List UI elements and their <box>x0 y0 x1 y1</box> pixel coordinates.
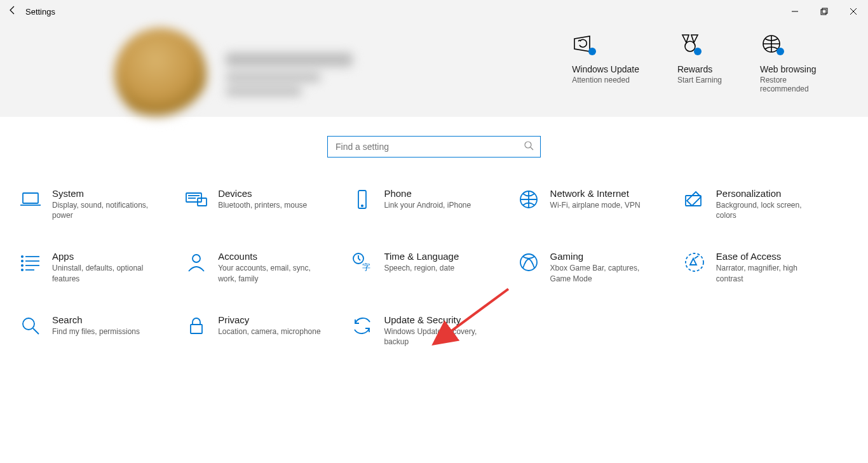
close-button[interactable] <box>839 0 868 23</box>
svg-point-5 <box>588 48 596 55</box>
laptop-icon <box>19 188 42 211</box>
category-gaming[interactable]: GamingXbox Game Bar, captures, Game Mode <box>517 251 683 283</box>
category-devices[interactable]: DevicesBluetooth, printers, mouse <box>185 188 351 220</box>
category-sub: Link your Android, iPhone <box>384 200 471 210</box>
back-button[interactable] <box>0 5 25 18</box>
category-sub: Bluetooth, printers, mouse <box>218 200 307 210</box>
tile-title: Windows Update <box>572 64 639 74</box>
window-controls <box>780 0 868 23</box>
category-system[interactable]: SystemDisplay, sound, notifications, pow… <box>19 188 185 220</box>
category-sub: Display, sound, notifications, power <box>52 200 160 220</box>
svg-point-35 <box>23 318 34 330</box>
person-icon <box>185 251 208 274</box>
category-grid: SystemDisplay, sound, notifications, pow… <box>19 188 849 347</box>
tile-title: Web browsing <box>760 64 836 74</box>
svg-point-19 <box>362 205 363 206</box>
category-title: Network & Internet <box>550 188 641 199</box>
svg-point-26 <box>22 256 23 257</box>
svg-point-30 <box>193 255 200 262</box>
svg-line-36 <box>33 328 39 334</box>
category-title: Update & Security <box>384 314 492 325</box>
category-title: System <box>52 188 160 199</box>
svg-rect-12 <box>23 193 38 203</box>
xbox-icon <box>517 251 540 274</box>
search-icon <box>524 140 534 153</box>
search-row <box>0 136 868 158</box>
svg-rect-1 <box>821 10 826 15</box>
svg-rect-37 <box>191 325 202 333</box>
svg-point-7 <box>694 48 702 55</box>
category-sub: Your accounts, email, sync, work, family <box>218 263 326 283</box>
tile-windows-update[interactable]: Windows Update Attention needed <box>572 29 639 93</box>
category-network[interactable]: Network & InternetWi-Fi, airplane mode, … <box>517 188 683 220</box>
category-title: Gaming <box>550 251 658 262</box>
category-sub: Speech, region, date <box>384 263 459 273</box>
tile-sub: Start Earning <box>677 76 722 84</box>
category-search[interactable]: SearchFind my files, permissions <box>19 314 185 347</box>
svg-text:字: 字 <box>362 262 370 272</box>
sync-icon <box>572 29 639 58</box>
svg-line-11 <box>531 147 533 150</box>
category-sub: Wi-Fi, airplane mode, VPN <box>550 200 641 210</box>
window-title: Settings <box>25 7 55 17</box>
svg-point-28 <box>22 265 23 266</box>
category-ease[interactable]: Ease of AccessNarrator, magnifier, high … <box>683 251 849 283</box>
svg-rect-14 <box>186 193 201 202</box>
svg-point-9 <box>776 48 784 55</box>
sync-arrows-icon <box>351 314 374 337</box>
accessibility-icon <box>683 251 706 274</box>
tile-sub: Restore recommended <box>760 76 836 93</box>
category-sub: Background, lock screen, colors <box>716 200 824 220</box>
svg-point-33 <box>520 254 537 271</box>
svg-point-29 <box>22 269 23 271</box>
category-title: Accounts <box>218 251 326 262</box>
category-title: Personalization <box>716 188 824 199</box>
category-title: Privacy <box>218 314 320 325</box>
profile-blurred <box>114 28 353 120</box>
time-language-icon: 字 <box>351 251 374 274</box>
category-sub: Narrator, magnifier, high contrast <box>716 263 824 283</box>
maximize-button[interactable] <box>810 0 839 23</box>
category-title: Phone <box>384 188 471 199</box>
medal-icon <box>677 29 722 58</box>
svg-point-10 <box>525 142 531 148</box>
globe-icon <box>517 188 540 211</box>
category-time[interactable]: 字 Time & LanguageSpeech, region, date <box>351 251 517 283</box>
tile-sub: Attention needed <box>572 76 639 84</box>
category-apps[interactable]: AppsUninstall, defaults, optional featur… <box>19 251 185 283</box>
titlebar: Settings <box>0 0 868 23</box>
list-icon <box>19 251 42 274</box>
category-sub: Windows Update, recovery, backup <box>384 326 492 347</box>
search-input[interactable] <box>334 141 524 152</box>
svg-rect-2 <box>822 8 827 13</box>
category-title: Time & Language <box>384 251 459 262</box>
svg-point-6 <box>685 41 695 51</box>
category-title: Devices <box>218 188 307 199</box>
lock-icon <box>185 314 208 337</box>
phone-icon <box>351 188 374 211</box>
minimize-button[interactable] <box>780 0 810 23</box>
category-accounts[interactable]: AccountsYour accounts, email, sync, work… <box>185 251 351 283</box>
search-box[interactable] <box>327 136 541 158</box>
category-title: Ease of Access <box>716 251 824 262</box>
category-phone[interactable]: PhoneLink your Android, iPhone <box>351 188 517 220</box>
avatar <box>114 28 207 120</box>
tile-web-browsing[interactable]: Web browsing Restore recommended <box>760 29 836 93</box>
svg-point-27 <box>22 260 23 262</box>
category-sub: Uninstall, defaults, optional features <box>52 263 160 283</box>
category-sub: Xbox Game Bar, captures, Game Mode <box>550 263 658 283</box>
category-update[interactable]: Update & SecurityWindows Update, recover… <box>351 314 517 347</box>
globe-icon <box>760 29 836 58</box>
category-sub: Location, camera, microphone <box>218 326 320 337</box>
tile-rewards[interactable]: Rewards Start Earning <box>677 29 722 93</box>
category-privacy[interactable]: PrivacyLocation, camera, microphone <box>185 314 351 347</box>
category-title: Search <box>52 314 140 325</box>
pen-monitor-icon <box>683 188 706 211</box>
hero-tiles: Windows Update Attention needed Rewards … <box>572 29 836 93</box>
hero: Windows Update Attention needed Rewards … <box>0 23 868 117</box>
category-sub: Find my files, permissions <box>52 326 140 337</box>
category-personalization[interactable]: PersonalizationBackground, lock screen, … <box>683 188 849 220</box>
magnify-icon <box>19 314 42 337</box>
keyboard-icon <box>185 188 208 211</box>
category-title: Apps <box>52 251 160 262</box>
